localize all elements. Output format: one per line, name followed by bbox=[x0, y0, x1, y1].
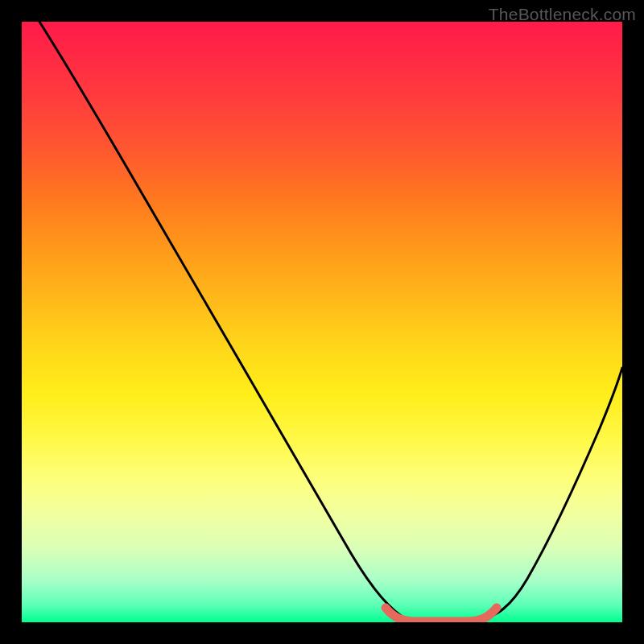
plot-area bbox=[22, 22, 622, 622]
optimal-range-path bbox=[386, 608, 497, 621]
chart-svg bbox=[22, 22, 622, 622]
watermark-text: TheBottleneck.com bbox=[489, 5, 636, 24]
bottleneck-curve-path bbox=[39, 22, 622, 622]
bottleneck-chart: TheBottleneck.com bbox=[0, 0, 644, 644]
